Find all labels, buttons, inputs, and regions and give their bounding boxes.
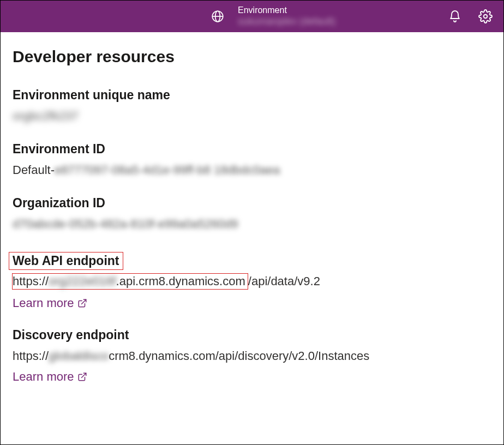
environment-label: Environment (238, 5, 437, 15)
env-unique-name-label: Environment unique name (13, 88, 491, 103)
svg-point-3 (484, 15, 488, 19)
discovery-suffix: crm8.dynamics.com/api/discovery/v2.0/Ins… (109, 349, 369, 363)
web-api-learn-more-link[interactable]: Learn more (13, 296, 87, 310)
globe-icon (211, 9, 225, 23)
notification-bell-icon[interactable] (448, 9, 462, 23)
web-api-blurred-host: org222e016f (49, 274, 116, 288)
web-api-suffix-in-box: .api.crm8.dynamics.com (116, 274, 245, 288)
app-header: Environment sukumarqdev (default) (1, 1, 503, 32)
environment-id-prefix: Default- (13, 163, 55, 177)
discovery-endpoint-value: https://globaldiscocrm8.dynamics.com/api… (13, 349, 491, 363)
discovery-blurred-host: globaldisco (49, 349, 109, 363)
web-api-suffix-out: /api/data/v9.2 (248, 274, 320, 288)
env-unique-name-value: orgbc2fk237 (13, 109, 491, 123)
content-area: Developer resources Environment unique n… (1, 32, 503, 395)
learn-more-text: Learn more (13, 370, 74, 384)
organization-id-label: Organization ID (13, 196, 491, 211)
learn-more-text: Learn more (13, 296, 74, 310)
environment-id-label: Environment ID (13, 142, 491, 157)
page-title: Developer resources (13, 47, 491, 66)
discovery-learn-more-link[interactable]: Learn more (13, 370, 87, 384)
header-icons (448, 9, 493, 23)
environment-id-value: Default-e8777097-08a5-4d1e-99ff-b8 18dbd… (13, 163, 491, 177)
discovery-endpoint-label: Discovery endpoint (13, 328, 491, 342)
web-api-endpoint-label: Web API endpoint (13, 252, 491, 270)
svg-line-4 (81, 299, 86, 304)
external-link-icon (77, 372, 87, 382)
web-api-url-highlight: https://org222e016f.api.crm8.dynamics.co… (12, 273, 248, 290)
external-link-icon (77, 298, 87, 308)
web-api-label-highlight: Web API endpoint (9, 252, 123, 270)
environment-name-blurred: sukumarqdev (default) (238, 16, 437, 27)
environment-block[interactable]: Environment sukumarqdev (default) (238, 5, 437, 27)
svg-line-5 (81, 373, 86, 377)
web-api-endpoint-value: https://org222e016f.api.crm8.dynamics.co… (13, 273, 491, 290)
web-api-prefix: https:// (13, 274, 49, 288)
discovery-prefix: https:// (13, 349, 49, 363)
organization-id-value: d70abcde-052b-482a-810f-e99a0a5260d9 (13, 217, 491, 231)
settings-gear-icon[interactable] (478, 9, 493, 23)
environment-id-blurred: e8777097-08a5-4d1e-99ff-b8 18dbdc0aea (55, 163, 280, 177)
